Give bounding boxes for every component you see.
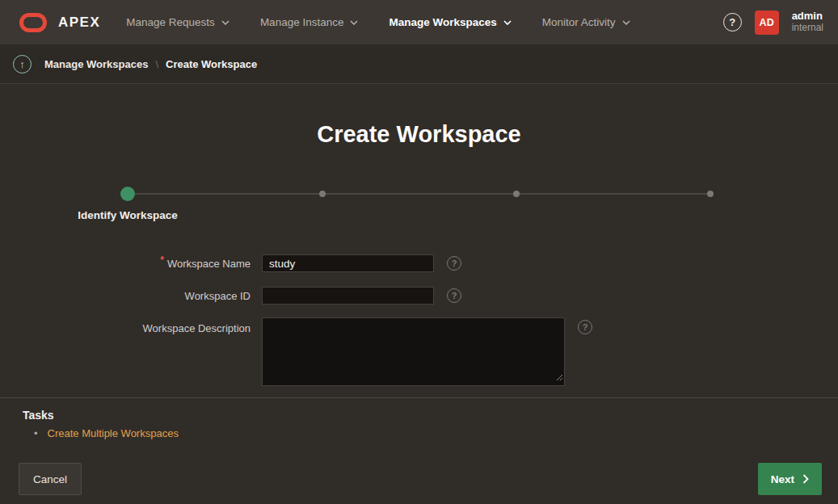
workspace-name-input[interactable]: [262, 254, 434, 272]
stepper-track: [128, 193, 710, 195]
chevron-down-icon: [221, 20, 230, 25]
step-dot-4: [707, 191, 714, 197]
stepper-active-label: Identify Workspace: [78, 209, 178, 221]
step-dot-2: [319, 191, 326, 197]
menu-manage-workspaces[interactable]: Manage Workspaces: [389, 16, 511, 28]
chevron-down-icon: [350, 20, 358, 25]
breadcrumb-current: Create Workspace: [166, 58, 257, 70]
user-context: internal: [792, 23, 823, 34]
help-icon[interactable]: ?: [447, 256, 461, 271]
form-row-workspace-description: Workspace Description ?: [0, 317, 592, 386]
chevron-down-icon: [503, 20, 512, 25]
menu-label: Manage Instance: [260, 16, 344, 28]
user-name: admin: [792, 10, 823, 23]
menu-label: Manage Requests: [126, 16, 215, 28]
form-row-workspace-id: Workspace ID ?: [0, 287, 461, 304]
menu-monitor-activity[interactable]: Monitor Activity: [542, 16, 630, 28]
tasks-heading: Tasks: [23, 409, 838, 422]
breadcrumb-separator: \: [155, 58, 158, 70]
workspace-name-label: Workspace Name: [167, 258, 251, 270]
menu-label: Monitor Activity: [542, 16, 616, 28]
breadcrumb-parent-link[interactable]: Manage Workspaces: [44, 58, 148, 70]
up-arrow-icon[interactable]: ↑: [13, 55, 32, 74]
workspace-description-label: Workspace Description: [143, 322, 251, 334]
menu-label: Manage Workspaces: [389, 16, 496, 28]
workspace-description-wrap: [262, 317, 565, 386]
oracle-logo-icon[interactable]: [19, 13, 47, 32]
breadcrumb-bar: ↑ Manage Workspaces \ Create Workspace: [0, 44, 838, 84]
help-icon[interactable]: ?: [723, 13, 742, 32]
chevron-down-icon: [622, 20, 630, 25]
form-row-workspace-name: *Workspace Name ?: [0, 254, 461, 272]
brand-apex[interactable]: APEX: [58, 15, 100, 31]
resize-grip-icon[interactable]: [556, 370, 563, 384]
chevron-right-icon: [802, 474, 809, 484]
avatar[interactable]: AD: [755, 10, 779, 35]
help-icon[interactable]: ?: [447, 288, 461, 303]
cancel-button[interactable]: Cancel: [19, 463, 82, 495]
navbar-right: ? AD admin internal: [723, 10, 823, 35]
help-icon[interactable]: ?: [578, 320, 592, 334]
create-workspace-page: APEX Manage Requests Manage Instance Man…: [0, 0, 838, 504]
workspace-description-label-wrap: Workspace Description: [0, 317, 251, 334]
step-dot-3: [513, 191, 520, 197]
next-button[interactable]: Next: [758, 463, 822, 495]
required-marker: *: [160, 254, 164, 266]
page-title: Create Workspace: [0, 121, 838, 148]
workspace-id-label-wrap: Workspace ID: [0, 290, 251, 302]
main-content: Create Workspace Identify Workspace *Wor…: [0, 84, 838, 504]
step-dot-1-active: [120, 187, 135, 201]
user-meta: admin internal: [792, 10, 823, 34]
create-multiple-workspaces-link[interactable]: Create Multiple Workspaces: [48, 427, 179, 439]
next-button-label: Next: [771, 473, 794, 485]
menu-manage-requests[interactable]: Manage Requests: [126, 16, 230, 28]
menu-manage-instance[interactable]: Manage Instance: [260, 16, 359, 28]
workspace-id-label: Workspace ID: [185, 290, 251, 302]
top-navbar: APEX Manage Requests Manage Instance Man…: [0, 0, 838, 44]
workspace-id-input[interactable]: [262, 287, 434, 304]
workspace-name-label-wrap: *Workspace Name: [0, 258, 251, 270]
workspace-description-textarea[interactable]: [262, 317, 565, 386]
main-menu: Manage Requests Manage Instance Manage W…: [126, 16, 630, 28]
list-item: • Create Multiple Workspaces: [23, 427, 838, 439]
bullet-icon: •: [34, 427, 38, 439]
tasks-region: Tasks • Create Multiple Workspaces: [0, 397, 838, 439]
tasks-list: • Create Multiple Workspaces: [23, 427, 838, 439]
breadcrumb: Manage Workspaces \ Create Workspace: [44, 58, 257, 70]
